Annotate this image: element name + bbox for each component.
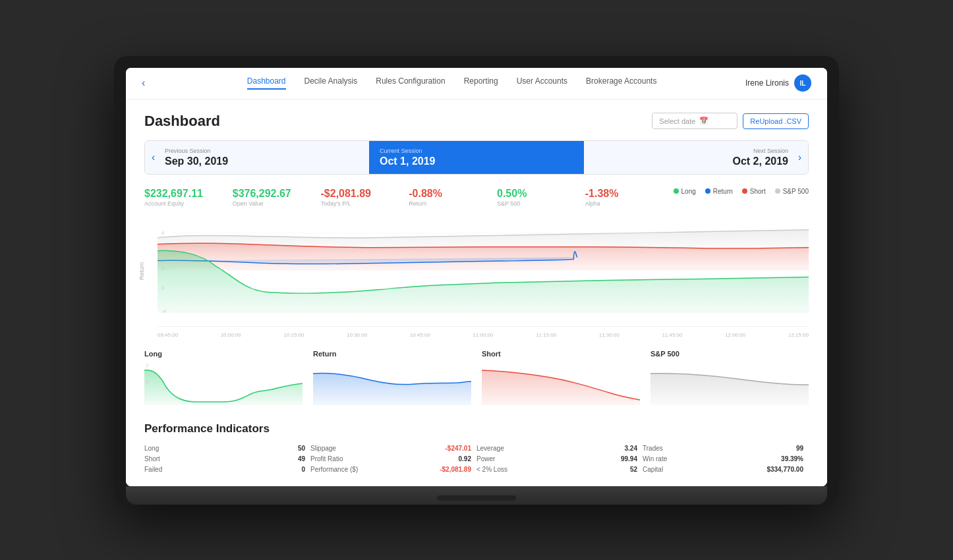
time-label-2: 10:15:00 (283, 332, 304, 338)
perf-val-leverage: 3.24 (625, 445, 637, 452)
legend-short-dot (742, 188, 747, 194)
chart-legend: Long Return Short S&P 500 (674, 188, 809, 195)
screen: ‹ Dashboard Decile Analysis Rules Config… (126, 68, 827, 486)
back-button[interactable]: ‹ (142, 77, 145, 89)
legend-sp500-label: S&P 500 (783, 188, 809, 195)
metric-label-sp500: S&P 500 (497, 200, 585, 207)
perf-val-performance: -$2,081.89 (440, 466, 471, 473)
session-navigator: ‹ Previous Session Sep 30, 2019 Current … (144, 140, 809, 175)
next-session-label: Next Session (594, 148, 788, 154)
curr-session[interactable]: Current Session Oct 1, 2019 (369, 141, 584, 174)
mini-chart-long-title: Long (144, 350, 303, 358)
curr-session-label: Current Session (380, 148, 573, 154)
legend-long: Long (674, 188, 696, 195)
perf-val-failed: 0 (301, 466, 305, 473)
laptop-frame: ‹ Dashboard Decile Analysis Rules Config… (114, 56, 839, 505)
nav-links: Dashboard Decile Analysis Rules Configur… (158, 76, 745, 90)
time-label-1: 10:00:00 (221, 332, 241, 338)
perf-key-failed: Failed (144, 466, 162, 473)
page-title: Dashboard (144, 113, 220, 130)
performance-table: Long 50 Short 49 Failed 0 (144, 445, 809, 473)
legend-sp500: S&P 500 (775, 188, 809, 195)
performance-title: Performance Indicators (144, 422, 809, 435)
next-session[interactable]: › Next Session Oct 2, 2019 (584, 141, 808, 174)
laptop-base (126, 486, 827, 505)
perf-key-trades: Trades (643, 445, 663, 452)
legend-return: Return (705, 188, 733, 195)
performance-section: Performance Indicators Long 50 Short 49 (144, 422, 809, 473)
mini-chart-long-svg: 2 0 (144, 360, 303, 406)
nav-rules[interactable]: Rules Configuration (376, 76, 445, 90)
metric-account-equity: $232,697.11 Account Equity (144, 188, 233, 207)
perf-row-power: Power 99.94 (476, 455, 643, 462)
legend-long-label: Long (681, 188, 696, 195)
mini-chart-long: Long 2 0 (144, 350, 303, 409)
perf-key-performance: Performance ($) (310, 466, 358, 473)
perf-col-0: Long 50 Short 49 Failed 0 (144, 445, 310, 473)
perf-key-slippage: Slippage (310, 445, 336, 452)
metric-label-return: Return (409, 200, 497, 207)
time-label-4: 10:45:00 (410, 332, 430, 338)
metric-pnl: -$2,081.89 Today's P/L (321, 188, 409, 207)
chart-y-label: Return (138, 262, 145, 280)
perf-val-trades: 99 (796, 445, 803, 452)
time-label-5: 11:00:00 (473, 332, 493, 338)
svg-text:2: 2 (146, 362, 148, 368)
metric-label-pnl: Today's P/L (321, 200, 409, 207)
perf-val-capital: $334,770.00 (766, 466, 803, 473)
main-chart-svg: 4 2 0 -4 (158, 215, 809, 326)
perf-col-2: Leverage 3.24 Power 99.94 < 2% Loss 52 (476, 445, 643, 473)
perf-row-failed: Failed 0 (144, 466, 310, 473)
perf-val-power: 99.94 (621, 455, 637, 462)
metric-label-equity: Account Equity (144, 200, 233, 207)
mini-chart-sp500-title: S&P 500 (650, 350, 809, 358)
mini-chart-short-svg (482, 360, 640, 406)
time-label-9: 12:00:00 (725, 332, 745, 338)
metrics-row: $232,697.11 Account Equity $376,292.67 O… (144, 188, 809, 207)
nav-user-accounts[interactable]: User Accounts (517, 76, 567, 90)
main-content: Dashboard Select date 📅 ReUpload .CSV ‹ … (126, 99, 827, 486)
nav-reporting[interactable]: Reporting (464, 76, 498, 90)
header-row: Dashboard Select date 📅 ReUpload .CSV (144, 113, 809, 130)
svg-text:0: 0 (161, 285, 164, 291)
perf-col-3: Trades 99 Win rate 39.39% Capital $334,7… (643, 445, 809, 473)
metric-value-open: $376,292.67 (233, 188, 321, 200)
mini-chart-return-title: Return (313, 350, 471, 358)
perf-val-winrate: 39.39% (781, 455, 803, 462)
reupload-button[interactable]: ReUpload .CSV (743, 113, 809, 129)
prev-session[interactable]: ‹ Previous Session Sep 30, 2019 (145, 141, 369, 174)
metric-value-return: -0.88% (409, 188, 497, 200)
metric-return: -0.88% Return (409, 188, 497, 207)
mini-chart-return: Return (313, 350, 471, 409)
perf-row-leverage: Leverage 3.24 (476, 445, 643, 452)
perf-row-short: Short 49 (144, 455, 310, 462)
metric-value-equity: $232,697.11 (144, 188, 233, 200)
legend-return-label: Return (713, 188, 733, 195)
user-info: Irene Lironis IL (745, 74, 811, 92)
nav-dashboard[interactable]: Dashboard (247, 76, 286, 90)
svg-text:-4: -4 (161, 308, 166, 314)
time-label-0: 09:45:00 (158, 332, 178, 338)
perf-row-loss: < 2% Loss 52 (476, 466, 643, 473)
perf-row-winrate: Win rate 39.39% (643, 455, 809, 462)
perf-row-capital: Capital $334,770.00 (643, 466, 809, 473)
nav-decile[interactable]: Decile Analysis (304, 76, 358, 90)
curr-session-date: Oct 1, 2019 (380, 155, 573, 167)
nav-brokerage[interactable]: Brokerage Accounts (586, 76, 656, 90)
perf-key-winrate: Win rate (643, 455, 667, 462)
perf-key-short: Short (144, 455, 160, 462)
perf-key-leverage: Leverage (476, 445, 504, 452)
legend-long-dot (674, 188, 679, 194)
perf-key-loss: < 2% Loss (476, 466, 507, 473)
prev-arrow-icon: ‹ (152, 152, 155, 163)
date-picker[interactable]: Select date 📅 (652, 113, 737, 129)
metric-label-alpha: Alpha (585, 200, 674, 207)
legend-short: Short (742, 188, 766, 195)
metric-value-sp500: 0.50% (497, 188, 585, 200)
main-chart: 4 2 0 -4 (158, 215, 809, 327)
mini-chart-return-svg (313, 360, 471, 406)
metric-open-value: $376,292.67 Open Value (233, 188, 321, 207)
perf-val-profit-ratio: 0.92 (459, 455, 471, 462)
time-label-8: 11:45:00 (662, 332, 682, 338)
metric-value-alpha: -1.38% (585, 188, 674, 200)
